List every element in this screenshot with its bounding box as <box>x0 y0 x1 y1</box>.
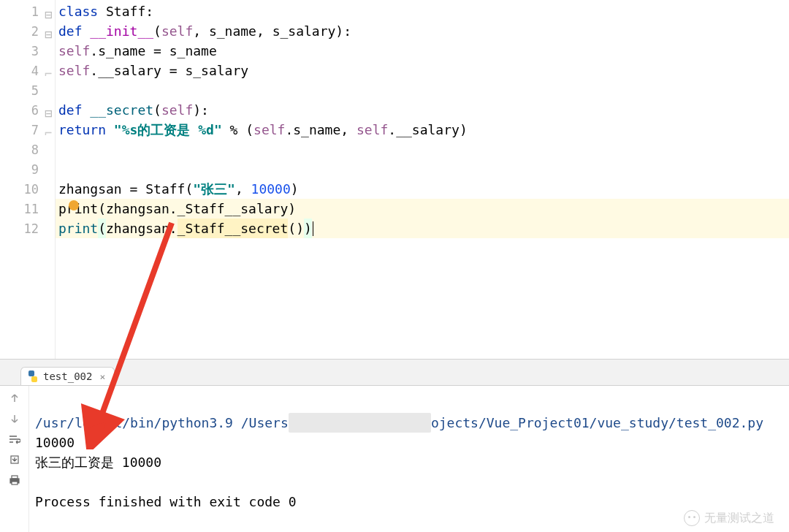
console-area: /usr/lo██al/bin/python3.9 /Users█████ ██… <box>0 386 789 532</box>
svg-rect-3 <box>12 482 18 484</box>
line-number: 9 <box>0 159 55 179</box>
code-line-current[interactable]: print(zhangsan._Staff__secret()) <box>56 218 789 238</box>
code-line[interactable]: zhangsan = Staff("张三", 10000) <box>56 179 789 199</box>
code-line[interactable] <box>56 159 789 179</box>
python-icon <box>27 370 39 382</box>
line-number: 8 <box>0 140 55 159</box>
line-number: 7⌐ <box>0 120 55 140</box>
code-line[interactable]: self.s_name = s_name <box>56 41 789 61</box>
fold-marker-icon[interactable]: ⊟ <box>45 106 53 115</box>
wechat-icon <box>684 510 700 526</box>
scroll-down-icon[interactable] <box>8 412 21 425</box>
scroll-up-icon[interactable] <box>8 392 21 405</box>
run-tab-bar: test_002 × <box>0 360 789 386</box>
code-line[interactable]: print(zhangsan._Staff__salary) <box>56 199 789 218</box>
run-tab[interactable]: test_002 × <box>20 367 115 385</box>
editor-area: 1⊟ 2⊟ 3 4⌐ 5 6⊟ 7⌐ 8 9 10 11 12 class St… <box>0 0 789 360</box>
console-toolbar <box>0 386 29 532</box>
close-tab-icon[interactable]: × <box>99 371 105 382</box>
code-line[interactable]: def __init__(self, s_name, s_salary): <box>56 21 789 41</box>
code-editor[interactable]: class Staff: def __init__(self, s_name, … <box>56 0 789 359</box>
tab-label: test_002 <box>43 370 92 382</box>
line-number: 10 <box>0 179 55 199</box>
scroll-to-end-icon[interactable] <box>8 453 21 466</box>
intention-bulb-icon[interactable] <box>69 200 79 210</box>
fold-marker-icon[interactable]: ⊟ <box>45 27 53 36</box>
fold-end-icon[interactable]: ⌐ <box>45 126 53 134</box>
line-number: 5 <box>0 80 55 100</box>
soft-wrap-icon[interactable] <box>8 433 21 446</box>
console-exit-line: Process finished with exit code 0 <box>35 494 297 509</box>
console-output[interactable]: /usr/lo██al/bin/python3.9 /Users█████ ██… <box>29 386 789 532</box>
console-path: /usr/lo██al/bin/python3.9 /Users█████ ██… <box>35 415 763 430</box>
line-number: 6⊟ <box>0 100 55 120</box>
code-line[interactable]: def __secret(self): <box>56 100 789 120</box>
console-line: 张三的工资是 10000 <box>35 455 161 470</box>
text-cursor <box>313 221 313 236</box>
line-number: 1⊟ <box>0 1 55 21</box>
code-line[interactable] <box>56 80 789 100</box>
line-number: 3 <box>0 41 55 61</box>
fold-marker-icon[interactable]: ⊟ <box>45 7 53 16</box>
watermark: 无量测试之道 <box>684 510 774 526</box>
line-number: 4⌐ <box>0 61 55 80</box>
console-line: 10000 <box>35 435 75 450</box>
code-line[interactable] <box>56 140 789 159</box>
code-line[interactable]: return "%s的工资是 %d" % (self.s_name, self.… <box>56 120 789 140</box>
line-number-gutter: 1⊟ 2⊟ 3 4⌐ 5 6⊟ 7⌐ 8 9 10 11 12 <box>0 0 56 359</box>
line-number: 11 <box>0 199 55 218</box>
line-number: 12 <box>0 218 55 238</box>
print-icon[interactable] <box>8 474 21 487</box>
code-line[interactable]: self.__salary = s_salary <box>56 61 789 80</box>
code-line[interactable]: class Staff: <box>56 1 789 21</box>
fold-end-icon[interactable]: ⌐ <box>45 66 53 75</box>
line-number: 2⊟ <box>0 21 55 41</box>
